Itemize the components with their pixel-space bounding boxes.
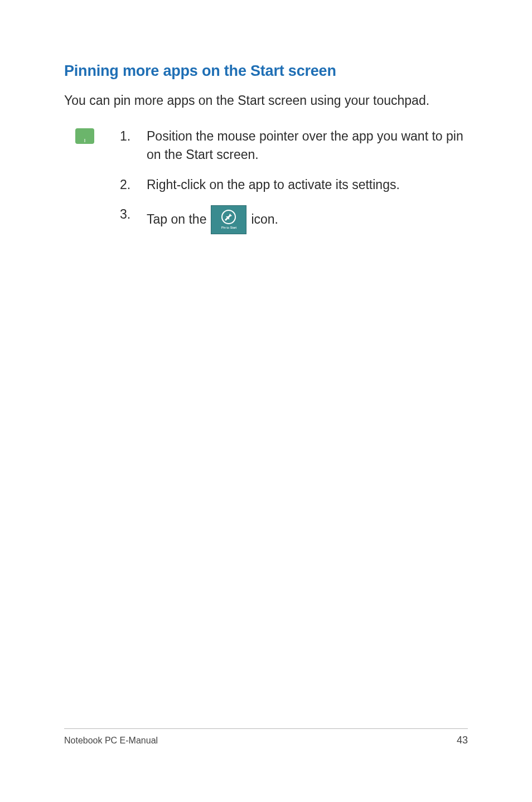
step-number: 1.: [120, 127, 147, 146]
steps-list: 1. Position the mouse pointer over the a…: [120, 127, 468, 245]
pin-to-start-icon: Pin to Start: [211, 205, 246, 234]
step-text-after: icon.: [251, 210, 278, 229]
touchpad-icon-wrapper: [75, 127, 94, 144]
step-text-before: Tap on the: [147, 210, 206, 229]
step-2: 2. Right-click on the app to activate it…: [120, 176, 468, 194]
section-heading: Pinning more apps on the Start screen: [64, 62, 468, 80]
page-content: Pinning more apps on the Start screen Yo…: [0, 0, 532, 245]
step-text: Right-click on the app to activate its s…: [147, 176, 468, 194]
intro-paragraph: You can pin more apps on the Start scree…: [64, 92, 468, 109]
step-number: 3.: [120, 205, 147, 224]
instruction-block: 1. Position the mouse pointer over the a…: [64, 127, 468, 245]
step-number: 2.: [120, 176, 147, 194]
step-3: 3. Tap on the Pin to Start icon.: [120, 205, 468, 234]
step-text: Tap on the Pin to Start icon.: [147, 205, 468, 234]
touchpad-icon: [75, 128, 94, 144]
step-text: Position the mouse pointer over the app …: [147, 127, 468, 165]
pin-icon-label: Pin to Start: [221, 225, 236, 230]
step-1: 1. Position the mouse pointer over the a…: [120, 127, 468, 165]
pin-svg-icon: [225, 213, 233, 221]
footer-page-number: 43: [457, 735, 468, 746]
page-footer: Notebook PC E-Manual 43: [64, 728, 468, 746]
pin-circle-icon: [221, 210, 236, 224]
footer-document-title: Notebook PC E-Manual: [64, 736, 158, 746]
